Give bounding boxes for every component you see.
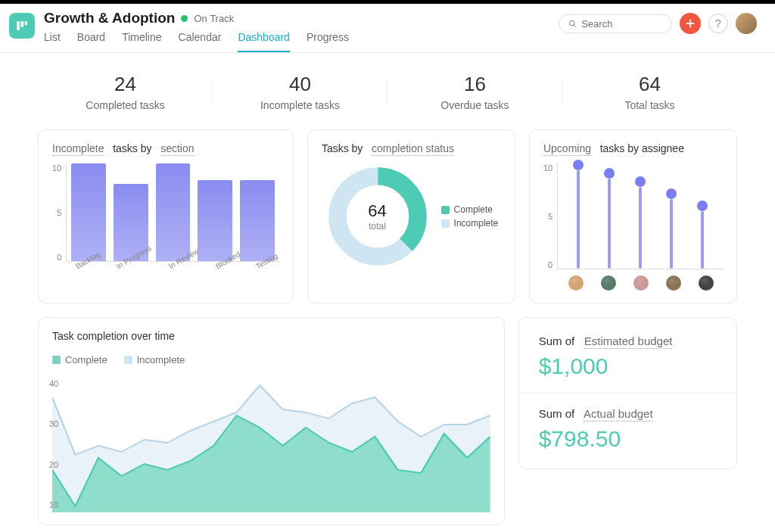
field-link[interactable]: Estimated budget: [584, 334, 673, 349]
bar[interactable]: [71, 163, 106, 261]
stat-incomplete[interactable]: 40 Incomplete tasks: [213, 73, 388, 111]
bar[interactable]: [156, 163, 191, 261]
stem: [608, 179, 611, 269]
dot-icon: [666, 188, 677, 199]
card-budget: Sum of Estimated budget $1,000 Sum of Ac…: [518, 317, 737, 469]
dot-icon: [573, 160, 584, 170]
user-avatar[interactable]: [736, 13, 757, 34]
search-box[interactable]: [559, 14, 672, 33]
assignee-avatar[interactable]: [601, 275, 616, 291]
lollipop[interactable]: [604, 168, 615, 269]
legend-swatch-icon: [441, 219, 450, 228]
bar[interactable]: [198, 180, 232, 262]
card-incomplete-by-section: Incomplete tasks by section 10 5 0 Backl…: [38, 129, 294, 303]
legend-swatch-icon: [441, 206, 450, 214]
help-button[interactable]: ?: [708, 14, 728, 33]
groupby-link[interactable]: completion status: [372, 142, 454, 156]
legend-swatch-icon: [124, 356, 132, 364]
assignee-avatar[interactable]: [568, 275, 584, 291]
bar-chart: 10 5 0: [52, 163, 279, 262]
budget-column: Sum of Estimated budget $1,000 Sum of Ac…: [518, 317, 737, 525]
assignee-avatars: [560, 275, 723, 291]
status-text[interactable]: On Track: [194, 13, 234, 24]
bar[interactable]: [240, 180, 275, 262]
tab-board[interactable]: Board: [77, 31, 105, 52]
divider: [519, 393, 736, 394]
lollipop[interactable]: [573, 160, 584, 269]
project-title: Growth & Adoption: [44, 10, 175, 26]
area-legend: Complete Incomplete: [52, 351, 490, 369]
assignee-avatar[interactable]: [699, 275, 714, 291]
search-icon: [568, 19, 577, 29]
budget-label: Sum of Estimated budget: [539, 334, 717, 347]
project-header: Growth & Adoption On Track List Board Ti…: [44, 10, 559, 52]
search-input[interactable]: [581, 18, 662, 30]
tab-timeline[interactable]: Timeline: [122, 31, 161, 52]
stat-total[interactable]: 64 Total tasks: [562, 73, 737, 111]
card-completion-status: Tasks by completion status 64 total: [307, 129, 515, 303]
filter-link[interactable]: Incomplete: [52, 142, 104, 156]
stat-label: Overdue tasks: [388, 99, 562, 111]
legend-item: Complete: [441, 204, 499, 215]
stem: [639, 187, 642, 269]
project-icon: [9, 13, 35, 39]
groupby-link[interactable]: section: [160, 142, 194, 156]
lollipop[interactable]: [697, 201, 708, 269]
cards-row-1: Incomplete tasks by section 10 5 0 Backl…: [38, 129, 737, 303]
cards-row-2: Task completion over time Complete Incom…: [38, 317, 737, 525]
donut-label: total: [369, 221, 386, 232]
stem: [670, 199, 673, 269]
lollipop[interactable]: [666, 188, 677, 269]
stat-value: 16: [388, 73, 562, 96]
x-labels: BacklogIn ProgressIn ReviewBlockedTestin…: [69, 266, 279, 275]
card-title: Incomplete tasks by section: [52, 142, 279, 154]
stat-label: Completed tasks: [38, 99, 213, 111]
actual-budget-value: $798.50: [539, 426, 717, 452]
legend-item: Incomplete: [124, 354, 185, 366]
tab-dashboard[interactable]: Dashboard: [238, 31, 290, 52]
stat-value: 40: [213, 73, 388, 96]
dot-icon: [697, 201, 708, 211]
estimated-budget-value: $1,000: [539, 353, 717, 379]
stat-completed[interactable]: 24 Completed tasks: [38, 73, 213, 111]
budget-label: Sum of Actual budget: [539, 407, 717, 420]
dashboard-content: 24 Completed tasks 40 Incomplete tasks 1…: [0, 53, 775, 532]
tab-calendar[interactable]: Calendar: [179, 31, 222, 52]
stem: [577, 170, 580, 269]
add-button[interactable]: [680, 13, 701, 34]
stats-row: 24 Completed tasks 40 Incomplete tasks 1…: [38, 73, 737, 111]
stat-label: Total tasks: [562, 99, 737, 111]
plus-icon: [685, 18, 696, 29]
area-chart: 40 30 20 10: [52, 376, 490, 512]
assignee-avatar[interactable]: [666, 275, 681, 291]
svg-line-4: [574, 24, 576, 26]
stat-overdue[interactable]: 16 Overdue tasks: [388, 73, 562, 111]
stat-label: Incomplete tasks: [213, 99, 388, 111]
lollipop-area: [557, 163, 723, 269]
stat-value: 24: [38, 73, 213, 96]
legend-item: Complete: [52, 354, 107, 366]
card-title: Tasks by completion status: [322, 142, 501, 154]
project-tabs: List Board Timeline Calendar Dashboard P…: [44, 31, 559, 52]
stem: [701, 211, 704, 269]
lollipop-chart: 10 5 0: [543, 163, 723, 269]
lollipop[interactable]: [635, 176, 646, 269]
donut-chart: 64 total: [325, 163, 431, 269]
card-completion-over-time: Task completion over time Complete Incom…: [38, 317, 505, 525]
bars-area: [66, 163, 279, 262]
legend-swatch-icon: [52, 356, 61, 364]
svg-rect-0: [17, 21, 20, 30]
stat-value: 64: [562, 73, 737, 96]
tab-list[interactable]: List: [44, 31, 61, 52]
card-upcoming-by-assignee: Upcoming tasks by assignee 10 5 0: [529, 129, 737, 303]
donut-legend: Complete Incomplete: [441, 201, 499, 232]
tab-progress[interactable]: Progress: [307, 31, 349, 52]
y-axis: 10 5 0: [52, 163, 66, 262]
assignee-avatar[interactable]: [633, 275, 649, 291]
field-link[interactable]: Actual budget: [584, 407, 653, 422]
svg-point-3: [569, 20, 574, 26]
y-axis: 40 30 20 10: [49, 376, 58, 512]
filter-link[interactable]: Upcoming: [543, 142, 591, 156]
svg-rect-1: [21, 21, 24, 27]
top-bar: Growth & Adoption On Track List Board Ti…: [0, 0, 775, 53]
